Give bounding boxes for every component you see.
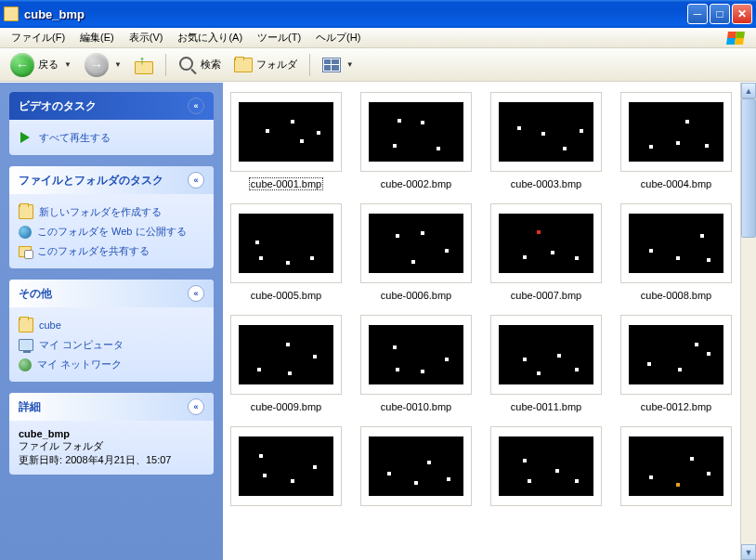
link-play-all[interactable]: すべて再生する bbox=[19, 127, 204, 148]
file-thumbnail[interactable]: cube-0008.bmp bbox=[620, 203, 732, 302]
scroll-up-button[interactable]: ▲ bbox=[741, 83, 756, 98]
separator bbox=[165, 54, 166, 76]
file-name-label: cube-0003.bmp bbox=[509, 177, 583, 190]
menubar: ファイル(F) 編集(E) 表示(V) お気に入り(A) ツール(T) ヘルプ(… bbox=[0, 28, 756, 48]
scroll-thumb[interactable] bbox=[741, 98, 756, 238]
menu-edit[interactable]: 編集(E) bbox=[72, 28, 122, 47]
panel-file-folder-tasks: ファイルとフォルダのタスク « 新しいフォルダを作成する このフォルダを Web… bbox=[9, 166, 214, 268]
menu-view[interactable]: 表示(V) bbox=[122, 28, 171, 47]
link-cube-folder[interactable]: cube bbox=[19, 315, 204, 335]
link-my-computer[interactable]: マイ コンピュータ bbox=[19, 335, 204, 355]
folders-button[interactable]: フォルダ bbox=[229, 55, 302, 75]
thumbnail-image bbox=[490, 315, 602, 395]
panel-header-details[interactable]: 詳細 « bbox=[9, 393, 214, 421]
details-name: cube_bmp bbox=[19, 428, 70, 439]
panel-header-filefolder[interactable]: ファイルとフォルダのタスク « bbox=[9, 166, 214, 194]
menu-file[interactable]: ファイル(F) bbox=[4, 28, 72, 47]
panel-title: ビデオのタスク bbox=[19, 98, 97, 114]
forward-arrow-icon: → bbox=[85, 53, 109, 77]
file-name-label: cube-0011.bmp bbox=[509, 400, 583, 413]
up-button[interactable] bbox=[130, 53, 158, 77]
chevron-down-icon: ▼ bbox=[114, 60, 122, 69]
collapse-icon: « bbox=[188, 398, 204, 415]
file-name-label bbox=[544, 519, 548, 521]
back-label: 戻る bbox=[38, 58, 59, 72]
file-thumbnail[interactable] bbox=[490, 426, 602, 523]
thumbnail-grid[interactable]: cube-0001.bmpcube-0002.bmpcube-0003.bmpc… bbox=[223, 83, 740, 560]
panel-title: ファイルとフォルダのタスク bbox=[19, 173, 163, 189]
scroll-down-button[interactable]: ▼ bbox=[741, 544, 756, 560]
new-folder-icon bbox=[19, 204, 33, 219]
folder-icon bbox=[19, 318, 33, 332]
file-name-label: cube-0002.bmp bbox=[379, 177, 453, 190]
file-name-label bbox=[414, 519, 418, 521]
thumbnail-image bbox=[360, 426, 472, 506]
file-name-label: cube-0001.bmp bbox=[249, 177, 323, 190]
file-thumbnail[interactable]: cube-0006.bmp bbox=[360, 203, 472, 302]
file-thumbnail[interactable]: cube-0004.bmp bbox=[620, 92, 732, 190]
details-modified-label: 更新日時: bbox=[19, 454, 62, 465]
file-thumbnail[interactable]: cube-0002.bmp bbox=[360, 92, 472, 190]
close-button[interactable]: ✕ bbox=[732, 4, 752, 24]
titlebar[interactable]: cube_bmp ─ □ ✕ bbox=[0, 0, 756, 28]
computer-icon bbox=[19, 339, 33, 351]
back-arrow-icon: ← bbox=[10, 53, 34, 77]
share-folder-icon bbox=[19, 246, 32, 257]
details-type: ファイル フォルダ bbox=[19, 440, 103, 451]
link-my-network[interactable]: マイ ネットワーク bbox=[19, 355, 204, 374]
file-name-label: cube-0009.bmp bbox=[249, 400, 323, 413]
file-thumbnail[interactable]: cube-0007.bmp bbox=[490, 203, 602, 302]
file-name-label: cube-0006.bmp bbox=[379, 289, 453, 302]
file-thumbnail[interactable]: cube-0009.bmp bbox=[230, 315, 342, 413]
file-thumbnail[interactable]: cube-0001.bmp bbox=[230, 92, 342, 190]
menu-help[interactable]: ヘルプ(H) bbox=[308, 28, 368, 47]
details-modified-value: 2008年4月21日、15:07 bbox=[65, 454, 171, 465]
panel-other-places: その他 « cube マイ コンピュータ マイ ネットワーク bbox=[9, 280, 214, 382]
file-thumbnail[interactable]: cube-0003.bmp bbox=[490, 92, 602, 190]
menu-tools[interactable]: ツール(T) bbox=[250, 28, 308, 47]
file-area: cube-0001.bmpcube-0002.bmpcube-0003.bmpc… bbox=[223, 83, 756, 560]
forward-button[interactable]: → ▼ bbox=[80, 50, 126, 80]
search-button[interactable]: 検索 bbox=[174, 53, 226, 77]
thumbnail-image bbox=[230, 92, 342, 172]
file-thumbnail[interactable] bbox=[230, 426, 342, 523]
panel-header-other[interactable]: その他 « bbox=[9, 280, 214, 307]
file-thumbnail[interactable]: cube-0011.bmp bbox=[490, 315, 602, 413]
views-icon bbox=[322, 58, 341, 72]
file-name-label: cube-0005.bmp bbox=[249, 289, 323, 302]
file-name-label: cube-0007.bmp bbox=[509, 289, 583, 302]
maximize-button[interactable]: □ bbox=[710, 4, 730, 24]
file-thumbnail[interactable]: cube-0005.bmp bbox=[230, 203, 342, 302]
panel-details: 詳細 « cube_bmp ファイル フォルダ 更新日時: 2008年4月21日… bbox=[9, 393, 214, 475]
file-thumbnail[interactable]: cube-0010.bmp bbox=[360, 315, 472, 413]
panel-header-video[interactable]: ビデオのタスク « bbox=[9, 92, 214, 120]
collapse-icon: « bbox=[188, 285, 204, 302]
file-name-label: cube-0004.bmp bbox=[639, 177, 713, 190]
thumbnail-image bbox=[230, 203, 342, 283]
thumbnail-image bbox=[490, 92, 602, 172]
thumbnail-image bbox=[230, 426, 342, 506]
window-title: cube_bmp bbox=[24, 7, 687, 21]
file-thumbnail[interactable] bbox=[360, 426, 472, 523]
thumbnail-image bbox=[490, 203, 602, 283]
minimize-button[interactable]: ─ bbox=[687, 4, 708, 24]
link-share-folder[interactable]: このフォルダを共有する bbox=[19, 241, 204, 261]
folder-icon bbox=[4, 7, 19, 21]
file-thumbnail[interactable] bbox=[620, 426, 732, 523]
file-name-label bbox=[284, 519, 288, 521]
vertical-scrollbar[interactable]: ▲ ▼ bbox=[740, 83, 756, 560]
menu-favorites[interactable]: お気に入り(A) bbox=[170, 28, 250, 47]
thumbnail-image bbox=[620, 203, 732, 283]
scroll-track[interactable] bbox=[741, 98, 756, 544]
back-button[interactable]: ← 戻る ▼ bbox=[6, 50, 76, 80]
link-publish-web[interactable]: このフォルダを Web に公開する bbox=[19, 222, 204, 241]
file-thumbnail[interactable]: cube-0012.bmp bbox=[620, 315, 732, 413]
thumbnail-image bbox=[620, 92, 732, 172]
chevron-down-icon: ▼ bbox=[64, 60, 72, 69]
views-button[interactable]: ▼ bbox=[318, 55, 358, 75]
file-name-label bbox=[674, 519, 678, 521]
thumbnail-image bbox=[620, 315, 732, 395]
file-name-label: cube-0012.bmp bbox=[639, 400, 713, 413]
link-new-folder[interactable]: 新しいフォルダを作成する bbox=[19, 202, 204, 222]
panel-video-tasks: ビデオのタスク « すべて再生する bbox=[9, 92, 214, 155]
